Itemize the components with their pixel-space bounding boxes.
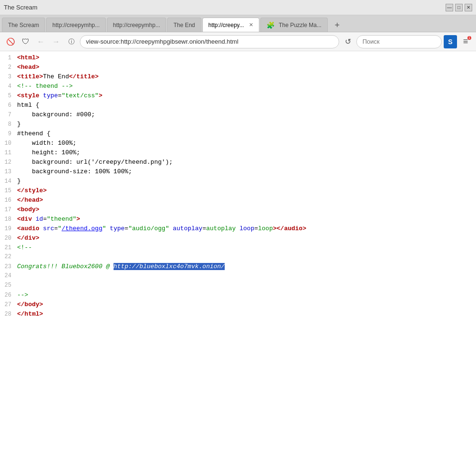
source-line-16: 16 </head>: [0, 196, 476, 205]
back-button[interactable]: ←: [34, 35, 48, 48]
source-line-18: 18 <div id="theend">: [0, 215, 476, 224]
no-script-button[interactable]: 🚫: [4, 35, 17, 48]
source-line-5: 5 <style type="text/css">: [0, 91, 476, 101]
new-tab-button[interactable]: +: [331, 19, 344, 32]
window-title: The Scream: [4, 4, 38, 11]
tab-label: The Puzzle Ma...: [279, 22, 322, 28]
source-line-17: 17 <body>: [0, 205, 476, 215]
source-line-21: 21 <!--: [0, 243, 476, 253]
refresh-icon: ↺: [345, 37, 351, 46]
source-line-23: 23 Congrats!!! Bluebox2600 @ http://blue…: [0, 262, 476, 271]
shield-button[interactable]: 🛡: [19, 35, 32, 48]
forward-icon: →: [52, 37, 60, 46]
source-line-27: 27 </body>: [0, 300, 476, 309]
source-line-15: 15 </style>: [0, 186, 476, 196]
title-bar: The Scream — □ ✕: [0, 0, 476, 15]
no-script-icon: 🚫: [6, 37, 15, 46]
back-icon: ←: [37, 37, 45, 46]
source-line-9: 9 #theend {: [0, 129, 476, 139]
puzzle-icon: 🧩: [267, 21, 275, 29]
tab-label: The End: [173, 22, 195, 28]
menu-badge: 1: [467, 36, 471, 40]
source-line-22: 22: [0, 253, 476, 262]
sync-icon: S: [444, 35, 457, 48]
source-line-11: 11 height: 100%;: [0, 148, 476, 158]
selected-url[interactable]: http://blueboxlxc4o7mvk.onion/: [114, 263, 225, 270]
source-line-7: 7 background: #000;: [0, 110, 476, 120]
tab-the-end[interactable]: The End: [167, 18, 201, 32]
source-line-10: 10 width: 100%;: [0, 139, 476, 148]
tab-close-button[interactable]: ✕: [249, 22, 253, 28]
source-line-2: 2 <head>: [0, 63, 476, 72]
source-line-28: 28 </html>: [0, 309, 476, 319]
shield-icon: 🛡: [22, 37, 29, 46]
source-line-19: 19 <audio src="/theend.ogg" type="audio/…: [0, 224, 476, 234]
source-line-3: 3 <title>The End</title>: [0, 72, 476, 82]
tab-label: http://creepy...: [209, 22, 244, 28]
maximize-button[interactable]: □: [455, 4, 463, 11]
info-button[interactable]: ⓘ: [65, 35, 78, 48]
minimize-button[interactable]: —: [446, 4, 453, 11]
toolbar: 🚫 🛡 ← → ⓘ ↺ S ≡ 1: [0, 32, 476, 51]
source-line-24: 24: [0, 271, 476, 281]
tab-label: http://creepymhp...: [52, 22, 99, 28]
source-view: 1 <html> 2 <head> 3 <title>The End</titl…: [0, 51, 476, 468]
window-controls: — □ ✕: [446, 4, 472, 11]
source-line-6: 6 html {: [0, 101, 476, 110]
address-bar[interactable]: [80, 35, 339, 48]
title-bar-left: The Scream: [4, 4, 446, 11]
search-input[interactable]: [356, 35, 442, 48]
source-line-8: 8 }: [0, 120, 476, 129]
forward-button[interactable]: →: [49, 35, 63, 48]
source-line-26: 26 -->: [0, 290, 476, 300]
source-line-13: 13 background-size: 100% 100%;: [0, 167, 476, 177]
refresh-button[interactable]: ↺: [341, 35, 354, 48]
tab-the-scream[interactable]: The Scream: [2, 18, 45, 32]
browser-window: The Scream — □ ✕ The Scream http://creep…: [0, 0, 476, 468]
source-line-14: 14 }: [0, 177, 476, 186]
tab-bar: The Scream http://creepymhp... http://cr…: [0, 15, 476, 32]
tab-creepy-active[interactable]: http://creepy... ✕: [202, 18, 259, 32]
tab-creepy-1[interactable]: http://creepymhp...: [46, 18, 105, 32]
source-line-25: 25: [0, 281, 476, 290]
info-icon: ⓘ: [68, 37, 75, 46]
source-line-12: 12 background: url('/creepy/theend.png')…: [0, 158, 476, 167]
source-line-4: 4 <!-- theend -->: [0, 82, 476, 91]
source-line-1: 1 <html>: [0, 53, 476, 63]
close-button[interactable]: ✕: [465, 4, 472, 11]
tab-puzzle[interactable]: 🧩 The Puzzle Ma...: [260, 18, 328, 32]
tab-label: The Scream: [8, 22, 39, 28]
tab-label: http://creepymhp...: [113, 22, 160, 28]
tab-creepy-2[interactable]: http://creepymhp...: [107, 18, 166, 32]
source-line-20: 20 </div>: [0, 234, 476, 243]
menu-button[interactable]: ≡ 1: [459, 35, 472, 48]
